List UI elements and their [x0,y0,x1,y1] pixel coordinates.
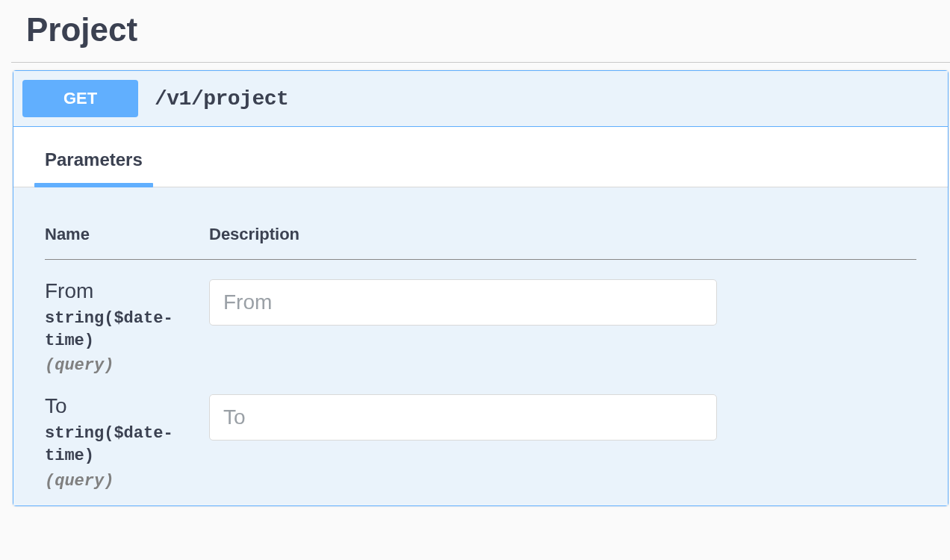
operation-body: Parameters Name Description From [13,127,948,505]
column-header-name: Name [45,225,209,260]
table-row: To string($date-time) (query) [45,375,916,490]
param-in-from: (query) [45,356,209,375]
operation-summary[interactable]: GET /v1/project [13,71,948,127]
from-input[interactable] [209,279,717,326]
http-method-badge: GET [22,80,138,117]
param-name-to: To [45,394,209,418]
parameters-table: Name Description From string($date-time)… [45,225,916,491]
param-type-to: string($date-time) [45,423,194,467]
section-title: Project [11,0,950,63]
param-in-to: (query) [45,472,209,491]
param-type-from: string($date-time) [45,308,194,352]
table-row: From string($date-time) (query) [45,260,916,376]
operation-block: GET /v1/project Parameters Name Descript… [13,70,949,506]
to-input[interactable] [209,394,717,441]
column-header-description: Description [209,225,916,260]
tab-parameters[interactable]: Parameters [45,127,143,187]
tab-header: Parameters [13,127,948,187]
operation-block-container: GET /v1/project Parameters Name Descript… [13,70,949,506]
endpoint-path: /v1/project [155,87,288,111]
parameters-container: Name Description From string($date-time)… [13,187,948,505]
param-name-from: From [45,279,209,303]
